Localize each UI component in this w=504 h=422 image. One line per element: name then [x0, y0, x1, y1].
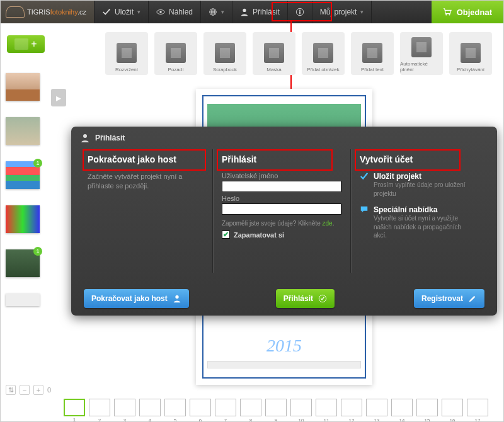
save-menu[interactable]: Uložit ▾ [94, 1, 148, 23]
tool-rozvržení[interactable]: Rozvržení [105, 32, 148, 75]
speech-bubble-icon [360, 205, 369, 214]
photo-thumbnail-strip: 1 1 [6, 73, 46, 306]
thumbnail-count: 0 [47, 386, 51, 394]
username-label: Uživatelské jméno [222, 172, 341, 180]
login-submit-button[interactable]: Přihlásit [276, 289, 335, 308]
svg-point-10 [175, 295, 178, 299]
user-icon [80, 133, 90, 143]
remember-me-row[interactable]: ✔ Zapamatovat si [222, 231, 341, 239]
checkmark-circle-icon [318, 294, 327, 303]
tool-přidat obrázek[interactable]: Přidat obrázek [302, 32, 345, 75]
forgot-link[interactable]: zde [323, 220, 333, 227]
page-year-text[interactable]: 2015 [207, 336, 361, 356]
annotation-highlight [355, 149, 461, 171]
tool-label: Automatické plnění [400, 61, 443, 72]
checkmark-icon [102, 8, 111, 16]
photo-thumbnail[interactable] [6, 73, 40, 101]
tool-icon [215, 43, 235, 63]
page-number: 17 [467, 418, 488, 422]
photo-thumbnail[interactable]: 1 [6, 249, 40, 277]
tool-automatické plnění[interactable]: Automatické plnění [400, 32, 443, 75]
page-filmstrip: 1234567891011121314151617 [64, 391, 498, 416]
photo-icon [14, 38, 28, 50]
page-thumb-6[interactable]: 6 [190, 399, 211, 416]
tool-shelf: RozvrženíPozadíScrapbookMaskaPřidat obrá… [101, 32, 496, 75]
tool-pozadí[interactable]: Pozadí [154, 32, 197, 75]
tool-label: Přidat text [361, 67, 384, 72]
chevron-down-icon: ▾ [221, 9, 224, 15]
password-input[interactable] [222, 203, 341, 215]
photo-thumbnail[interactable] [6, 117, 40, 145]
order-label: Objednat [457, 8, 492, 17]
sort-button[interactable]: ⇅ [6, 385, 16, 395]
register-button[interactable]: Registrovat [414, 289, 484, 308]
order-button[interactable]: Objednat [432, 1, 503, 23]
cart-icon [443, 8, 452, 16]
benefit-1-heading: Uložit projekt [374, 172, 476, 181]
used-count-badge: 1 [33, 247, 42, 256]
page-thumb-4[interactable]: 4 [139, 399, 161, 416]
page-thumb-10[interactable]: 10 [290, 399, 312, 416]
page-thumb-17[interactable]: 17 [467, 399, 488, 416]
globe-icon [209, 8, 217, 16]
page-thumb-16[interactable]: 16 [442, 399, 463, 416]
page-thumb-14[interactable]: 14 [391, 399, 413, 416]
annotation-highlight [217, 149, 333, 171]
page-thumb-1[interactable]: 1 [64, 399, 85, 416]
chevron-down-icon: ▾ [137, 9, 140, 15]
expand-thumbnails-button[interactable]: ▸ [51, 89, 66, 106]
remember-checkbox[interactable]: ✔ [222, 231, 230, 239]
preview-label: Náhled [169, 8, 193, 16]
tool-icon [461, 43, 481, 63]
page-thumb-15[interactable]: 15 [416, 399, 438, 416]
page-number: 11 [316, 418, 336, 422]
tool-scrapbook[interactable]: Scrapbook [203, 32, 246, 75]
page-thumb-11[interactable]: 11 [316, 399, 337, 416]
username-input[interactable] [222, 181, 341, 192]
save-label: Uložit [115, 8, 134, 16]
tool-přidat text[interactable]: Přidat text [351, 32, 394, 75]
tool-label: Pozadí [168, 67, 184, 72]
top-toolbar: TIGRISfotoknihy.cz Uložit ▾ Náhled ▾ Při… [1, 1, 503, 23]
photo-thumbnail[interactable] [6, 205, 40, 233]
photo-thumbnail[interactable]: 1 [6, 161, 40, 189]
login-button-label: Přihlásit [284, 294, 313, 303]
page-thumb-13[interactable]: 13 [366, 399, 387, 416]
preview-button[interactable]: Náhled [148, 1, 200, 23]
brand-logo[interactable]: TIGRISfotoknihy.cz [1, 1, 94, 23]
register-button-label: Registrovat [421, 294, 463, 303]
language-menu[interactable]: ▾ [200, 1, 232, 23]
tool-maska[interactable]: Maska [253, 32, 295, 75]
page-number: 10 [291, 418, 311, 422]
tool-přichytávání[interactable]: Přichytávání [449, 32, 492, 75]
user-icon [240, 8, 249, 16]
photo-thumbnail[interactable] [6, 294, 40, 306]
page-number: 2 [89, 418, 110, 422]
eye-icon [156, 8, 165, 16]
tool-label: Scrapbook [213, 67, 237, 72]
zoom-out-button[interactable]: − [20, 385, 30, 395]
add-photos-button[interactable]: + [7, 35, 45, 53]
page-number: 9 [266, 418, 286, 422]
page-thumb-3[interactable]: 3 [114, 399, 135, 416]
page-thumb-9[interactable]: 9 [265, 399, 287, 416]
page-thumb-8[interactable]: 8 [240, 399, 261, 416]
page-thumb-5[interactable]: 5 [164, 399, 186, 416]
tiger-outline-icon [6, 6, 25, 18]
guest-description: Začněte vytvářet projekt nyní a přihlast… [88, 172, 203, 191]
svg-point-7 [445, 14, 447, 15]
page-thumb-2[interactable]: 2 [89, 399, 110, 416]
create-account-column: Vytvořit účet Uložit projekt Prosím vypl… [351, 149, 484, 273]
tool-icon [117, 43, 137, 63]
password-label: Heslo [222, 195, 341, 202]
login-column: Přihlásit Uživatelské jméno Heslo Zapomě… [213, 149, 351, 273]
annotation-highlight [83, 149, 206, 171]
continue-as-guest-button[interactable]: Pokračovat jako host [84, 289, 189, 308]
login-modal: Přihlásit Pokračovat jako host Začněte v… [71, 127, 497, 316]
page-thumb-12[interactable]: 12 [341, 399, 362, 416]
tool-icon [411, 37, 432, 57]
zoom-in-button[interactable]: + [33, 385, 43, 395]
benefit-1-sub: Prosím vyplňte údaje pro uložení projekt… [374, 181, 476, 198]
page-thumb-7[interactable]: 7 [215, 399, 236, 416]
page-number: 12 [341, 418, 362, 422]
